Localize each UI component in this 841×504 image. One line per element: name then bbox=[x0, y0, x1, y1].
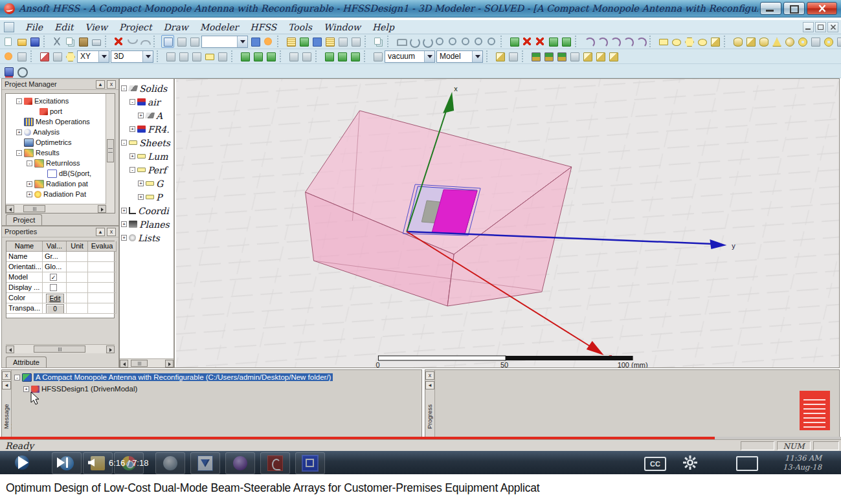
open-icon[interactable] bbox=[16, 36, 27, 47]
imprint-icon[interactable] bbox=[216, 50, 228, 62]
help-context-icon[interactable] bbox=[3, 50, 14, 62]
draw-polygon-icon[interactable] bbox=[683, 36, 695, 47]
delete-icon[interactable] bbox=[113, 36, 124, 47]
mdi-close-button[interactable] bbox=[827, 22, 838, 32]
tree-item-optimetrics[interactable]: Optimetrics bbox=[8, 137, 115, 148]
project-tree-vscrollbar[interactable] bbox=[106, 94, 115, 213]
mesh-list-icon[interactable] bbox=[324, 36, 335, 47]
project-tree-hscrollbar[interactable] bbox=[6, 204, 106, 213]
copy-icon[interactable] bbox=[64, 36, 76, 47]
view-orient5-icon[interactable] bbox=[560, 36, 572, 47]
close-button[interactable] bbox=[807, 2, 837, 15]
sweep-icon[interactable] bbox=[372, 50, 383, 62]
mirror-icon[interactable] bbox=[265, 50, 276, 62]
htree-sheets[interactable]: -Sheets bbox=[121, 136, 174, 149]
spline-icon[interactable] bbox=[622, 36, 633, 47]
arc-line-icon[interactable] bbox=[583, 36, 594, 47]
htree-coordinates[interactable]: +Coordi bbox=[121, 204, 174, 217]
plane-arrow-icon[interactable] bbox=[98, 51, 109, 62]
menu-view[interactable]: View bbox=[79, 22, 113, 32]
zoom-window-icon[interactable] bbox=[473, 36, 484, 47]
prop-row-color[interactable]: ColorEdit bbox=[6, 293, 114, 303]
material-combobox[interactable]: vacuum bbox=[385, 50, 435, 63]
view-orient4-icon[interactable] bbox=[547, 36, 559, 47]
mdi-restore-button[interactable] bbox=[815, 22, 826, 32]
intersect-icon[interactable] bbox=[190, 50, 202, 62]
taskbar-blueapp[interactable] bbox=[295, 452, 325, 474]
panel-close-icon[interactable]: x bbox=[107, 80, 116, 89]
fit-all-icon[interactable] bbox=[249, 36, 261, 47]
prop-row-display[interactable]: Display ... bbox=[6, 283, 114, 293]
cs-rotate-icon[interactable] bbox=[543, 50, 554, 62]
material-arrow-icon[interactable] bbox=[424, 51, 434, 62]
menu-file[interactable]: File bbox=[19, 22, 49, 32]
display-checkbox[interactable] bbox=[50, 284, 57, 291]
cs-object2-icon[interactable] bbox=[594, 50, 606, 62]
progress-close-icon[interactable]: x bbox=[425, 371, 434, 380]
spiral-icon[interactable] bbox=[634, 36, 646, 47]
pan-icon[interactable] bbox=[395, 36, 407, 47]
prop-row-model[interactable]: Model✓ bbox=[6, 272, 114, 283]
menu-help[interactable]: Help bbox=[366, 22, 400, 32]
menu-draw[interactable]: Draw bbox=[158, 22, 194, 32]
cs-face-icon[interactable] bbox=[555, 50, 567, 62]
scroll-right-icon[interactable] bbox=[98, 205, 106, 213]
unite-icon[interactable] bbox=[164, 50, 176, 62]
htree-lum[interactable]: +Lum bbox=[121, 149, 174, 163]
select-face-icon[interactable] bbox=[175, 36, 187, 47]
help-pointer-icon[interactable] bbox=[16, 50, 27, 62]
scope-combobox[interactable]: Model bbox=[436, 50, 483, 63]
draw-helix-icon[interactable] bbox=[822, 36, 834, 47]
htree-fr4[interactable]: +FR4. bbox=[121, 122, 174, 136]
design-row[interactable]: + HFSSDesign1 (DrivenModal) bbox=[12, 384, 421, 394]
show-hide-icon[interactable] bbox=[38, 50, 50, 62]
move-icon[interactable] bbox=[323, 50, 335, 62]
zoom-selection-icon[interactable] bbox=[486, 36, 497, 47]
cs-object1-icon[interactable] bbox=[581, 50, 593, 62]
fit-selection-icon[interactable] bbox=[262, 36, 274, 47]
prop-row-name[interactable]: NameGr... bbox=[6, 252, 114, 262]
properties-close-icon[interactable]: x bbox=[107, 228, 116, 236]
tree-item-analysis[interactable]: +Analysis bbox=[8, 127, 115, 137]
select-object-icon[interactable] bbox=[161, 35, 174, 48]
draw-cylinder-icon[interactable] bbox=[732, 36, 743, 47]
settings-button[interactable] bbox=[683, 455, 697, 470]
cs-object3-icon[interactable] bbox=[607, 50, 619, 62]
htree-p[interactable]: +P bbox=[121, 190, 174, 204]
tree-item-port[interactable]: port bbox=[8, 106, 115, 116]
boundary-icon[interactable] bbox=[311, 36, 322, 47]
volume-button[interactable] bbox=[88, 459, 95, 466]
model-checkbox[interactable]: ✓ bbox=[50, 274, 57, 281]
draw-rectangle-icon[interactable] bbox=[657, 36, 669, 47]
mdi-minimize-button[interactable] bbox=[803, 22, 814, 32]
htree-a[interactable]: +A bbox=[121, 109, 174, 122]
message-manager-tab[interactable]: Message Manager bbox=[3, 396, 10, 437]
split-icon[interactable] bbox=[203, 50, 215, 62]
panel-pin-icon[interactable]: ▴ bbox=[96, 80, 105, 89]
viewport-3d[interactable]: x y z 0 50 100 (mm) bbox=[176, 79, 839, 367]
ruler-icon[interactable] bbox=[350, 36, 361, 47]
captions-button[interactable]: CC bbox=[644, 457, 666, 471]
menu-window[interactable]: Window bbox=[318, 22, 366, 32]
view-orient1-icon[interactable] bbox=[508, 36, 520, 47]
analyze-all-icon[interactable] bbox=[16, 65, 27, 77]
rotate-axis-icon[interactable] bbox=[421, 36, 432, 47]
flip-icon[interactable] bbox=[349, 50, 361, 62]
selection-combobox[interactable] bbox=[201, 36, 248, 48]
prop-row-transparency[interactable]: Transpa...0 bbox=[6, 303, 114, 314]
tree-item-radiation-pat1[interactable]: +Radiation pat bbox=[8, 179, 115, 189]
attribute-tab[interactable]: Attribute bbox=[6, 356, 47, 367]
project-tab[interactable]: Project bbox=[6, 214, 42, 225]
pointer-icon[interactable] bbox=[835, 36, 841, 47]
minimize-button[interactable] bbox=[760, 2, 781, 15]
tree-item-returnloss[interactable]: -Returnloss bbox=[8, 158, 115, 168]
subtract-icon[interactable] bbox=[177, 50, 189, 62]
close-region-icon[interactable] bbox=[507, 50, 519, 62]
cut-icon[interactable] bbox=[51, 36, 63, 47]
prop-scroll-left-icon[interactable] bbox=[6, 345, 14, 353]
new-icon[interactable] bbox=[3, 36, 14, 47]
prop-row-orientation[interactable]: Orientati...Glo... bbox=[6, 262, 114, 272]
print-icon[interactable] bbox=[90, 36, 102, 47]
project-manager-header[interactable]: Project Manager ▴ x bbox=[2, 79, 118, 90]
view-orient3-icon[interactable] bbox=[534, 36, 546, 47]
